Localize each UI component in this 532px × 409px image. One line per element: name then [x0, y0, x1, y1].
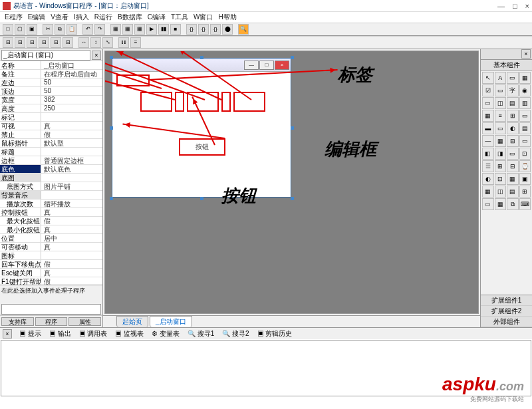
property-value[interactable] — [41, 174, 102, 182]
control-editbox-2[interactable] — [175, 92, 184, 112]
control-editbox-5[interactable] — [233, 92, 265, 112]
component-tool-icon[interactable]: ▬ — [482, 122, 494, 134]
property-row[interactable]: 禁止假 — [0, 130, 102, 139]
component-tool-icon[interactable]: ▣ — [519, 173, 531, 185]
tool-win2-icon[interactable]: ▦ — [122, 24, 133, 35]
tool-redo-icon[interactable]: ↷ — [94, 24, 105, 35]
property-row[interactable]: 高度250 — [0, 104, 102, 113]
form-minimize-icon[interactable]: — — [244, 61, 259, 70]
property-value[interactable] — [41, 251, 102, 259]
menu-item[interactable]: V查看 — [49, 13, 70, 22]
property-row[interactable]: 可视真 — [0, 122, 102, 130]
component-tool-icon[interactable]: ▦ — [495, 135, 507, 147]
component-tool-icon[interactable]: ▦ — [482, 110, 494, 122]
align-bottom-icon[interactable]: ⊟ — [63, 37, 73, 48]
component-tool-icon[interactable]: ☰ — [482, 160, 494, 172]
component-tool-icon[interactable]: ⊞ — [507, 110, 519, 122]
event-selector[interactable] — [1, 304, 101, 315]
size-both-icon[interactable]: ⤡ — [102, 37, 113, 48]
component-tool-icon[interactable]: — — [482, 135, 494, 147]
property-value[interactable]: 循环播放 — [41, 200, 102, 207]
property-value[interactable]: 真 — [41, 243, 102, 251]
property-row[interactable]: 图标 — [0, 251, 102, 260]
palette-ext1[interactable]: 扩展组件1 — [481, 295, 532, 306]
tool-break-icon[interactable]: ⬤ — [222, 24, 233, 35]
menu-item[interactable]: R运行 — [92, 13, 114, 22]
spacing-v-icon[interactable]: ≡ — [130, 37, 141, 48]
tool-stop-icon[interactable]: ■ — [170, 24, 181, 35]
property-value[interactable] — [41, 148, 102, 156]
tool-undo-icon[interactable]: ↶ — [82, 24, 93, 35]
palette-external[interactable]: 外部组件 — [481, 317, 532, 327]
maximize-button[interactable]: □ — [513, 2, 517, 10]
property-row[interactable]: 底图方式图片平铺 — [0, 182, 102, 191]
object-selector[interactable] — [1, 50, 90, 61]
property-value[interactable]: 默认底色 — [41, 165, 102, 173]
menu-item[interactable]: W窗口 — [192, 13, 215, 22]
form-close-icon[interactable]: × — [275, 61, 289, 70]
design-canvas[interactable]: — □ × 按钮 — [104, 51, 479, 314]
component-tool-icon[interactable]: ≡ — [495, 110, 507, 122]
property-value[interactable]: 真 — [41, 225, 102, 233]
property-value[interactable]: 在程序启动后自动 — [41, 70, 102, 78]
minimize-button[interactable]: — — [497, 2, 505, 10]
menu-item[interactable]: E编辑 — [26, 13, 48, 22]
property-row[interactable]: 标题 — [0, 148, 102, 156]
component-tool-icon[interactable]: ◐ — [507, 122, 519, 134]
tool-run-icon[interactable]: ▶ — [146, 24, 157, 35]
property-row[interactable]: 鼠标指针默认型 — [0, 139, 102, 148]
tool-pause-icon[interactable]: ▮▮ — [158, 24, 169, 35]
property-row[interactable]: 边框普通固定边框 — [0, 156, 102, 165]
component-tool-icon[interactable]: A — [495, 72, 507, 84]
property-row[interactable]: 最小化按钮真 — [0, 225, 102, 234]
property-value[interactable] — [41, 191, 102, 199]
component-tool-icon[interactable]: ⊡ — [495, 173, 507, 185]
panel-close-icon[interactable]: × — [92, 51, 101, 60]
property-row[interactable]: F1键打开帮助假 — [0, 277, 102, 285]
component-tool-icon[interactable]: ◨ — [495, 148, 507, 160]
menu-item[interactable]: I插入 — [72, 13, 91, 22]
size-height-icon[interactable]: ↕ — [90, 37, 101, 48]
tool-search-icon[interactable]: 🔍 — [238, 24, 249, 35]
property-row[interactable]: 宽度382 — [0, 96, 102, 104]
component-tool-icon[interactable]: ▤ — [507, 97, 519, 109]
property-value[interactable]: 382 — [41, 96, 102, 104]
size-width-icon[interactable]: ↔ — [78, 37, 89, 48]
form-window[interactable]: — □ × 按钮 — [112, 58, 291, 198]
property-value[interactable]: 50 — [41, 78, 102, 86]
tool-paste-icon[interactable]: 📋 — [66, 24, 77, 35]
palette-ext2[interactable]: 扩展组件2 — [481, 306, 532, 317]
property-row[interactable]: 背景音乐 — [0, 191, 102, 200]
property-row[interactable]: 底色默认底色 — [0, 165, 102, 174]
property-value[interactable]: 真 — [41, 208, 102, 216]
close-button[interactable]: × — [525, 2, 529, 10]
property-value[interactable]: _启动窗口 — [41, 61, 102, 69]
menu-item[interactable]: E程序 — [3, 13, 25, 22]
component-tool-icon[interactable]: ⊟ — [507, 135, 519, 147]
align-center-icon[interactable]: ⊟ — [15, 37, 25, 48]
property-value[interactable]: 真 — [41, 122, 102, 130]
component-tool-icon[interactable]: ⧉ — [507, 198, 519, 210]
property-value[interactable]: 50 — [41, 87, 102, 95]
component-tool-icon[interactable]: ◉ — [519, 84, 531, 96]
property-row[interactable]: Esc键关闭真 — [0, 269, 102, 277]
property-row[interactable]: 备注在程序启动后自动 — [0, 70, 102, 78]
control-button[interactable]: 按钮 — [179, 138, 225, 156]
palette-close-icon[interactable]: × — [521, 49, 531, 59]
component-tool-icon[interactable]: ◫ — [495, 186, 507, 198]
property-value[interactable]: 假 — [41, 277, 102, 285]
property-row[interactable]: 播放次数循环播放 — [0, 200, 102, 208]
tool-win1-icon[interactable]: ▦ — [110, 24, 121, 35]
component-tool-icon[interactable]: ▭ — [495, 84, 507, 96]
component-tool-icon[interactable]: ▭ — [482, 97, 494, 109]
component-tool-icon[interactable]: ▥ — [519, 97, 531, 109]
component-tool-icon[interactable]: ☑ — [482, 84, 494, 96]
component-tool-icon[interactable]: ▭ — [507, 148, 519, 160]
menu-item[interactable]: H帮助 — [217, 13, 239, 22]
component-tool-icon[interactable]: ▭ — [495, 122, 507, 134]
tab-startup-window[interactable]: _启动窗口 — [150, 316, 192, 327]
tool-cut-icon[interactable]: ✂ — [43, 24, 53, 35]
property-row[interactable]: 控制按钮真 — [0, 208, 102, 217]
component-tool-icon[interactable]: ⊡ — [519, 148, 531, 160]
component-tool-icon[interactable]: ▦ — [519, 72, 531, 84]
